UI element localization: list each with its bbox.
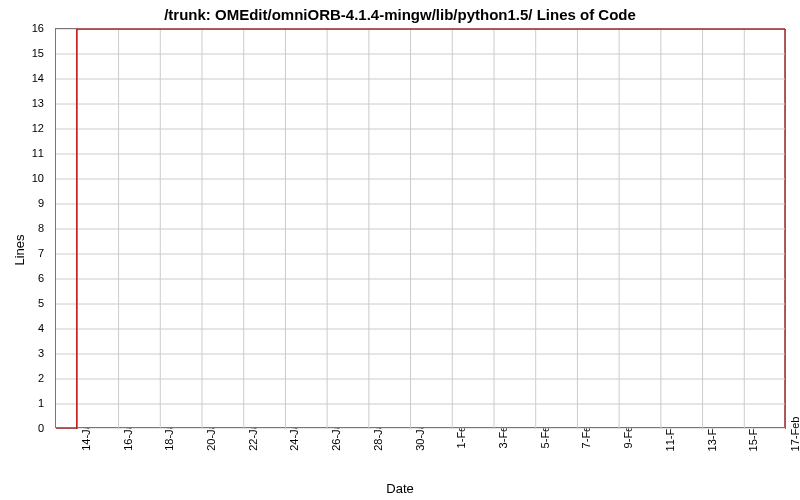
y-tick-label: 1	[4, 397, 44, 409]
y-tick-label: 2	[4, 372, 44, 384]
y-tick-label: 6	[4, 272, 44, 284]
plot-area	[55, 28, 785, 428]
chart-title: /trunk: OMEdit/omniORB-4.1.4-mingw/lib/p…	[0, 6, 800, 23]
x-tick-label: 17-Feb	[789, 417, 800, 452]
y-tick-label: 11	[4, 147, 44, 159]
y-tick-label: 3	[4, 347, 44, 359]
y-tick-label: 9	[4, 197, 44, 209]
y-tick-label: 16	[4, 22, 44, 34]
y-tick-label: 0	[4, 422, 44, 434]
y-axis-ticks: 012345678910111213141516	[0, 28, 50, 428]
y-tick-label: 12	[4, 122, 44, 134]
y-tick-label: 5	[4, 297, 44, 309]
x-axis-ticks: 14-Jan16-Jan18-Jan20-Jan22-Jan24-Jan26-J…	[55, 430, 785, 490]
y-tick-label: 4	[4, 322, 44, 334]
y-tick-label: 15	[4, 47, 44, 59]
y-tick-label: 10	[4, 172, 44, 184]
y-tick-label: 13	[4, 97, 44, 109]
chart-svg	[56, 29, 786, 429]
y-tick-label: 7	[4, 247, 44, 259]
chart-container: /trunk: OMEdit/omniORB-4.1.4-mingw/lib/p…	[0, 0, 800, 500]
gridlines	[56, 29, 786, 429]
y-tick-label: 8	[4, 222, 44, 234]
y-tick-label: 14	[4, 72, 44, 84]
